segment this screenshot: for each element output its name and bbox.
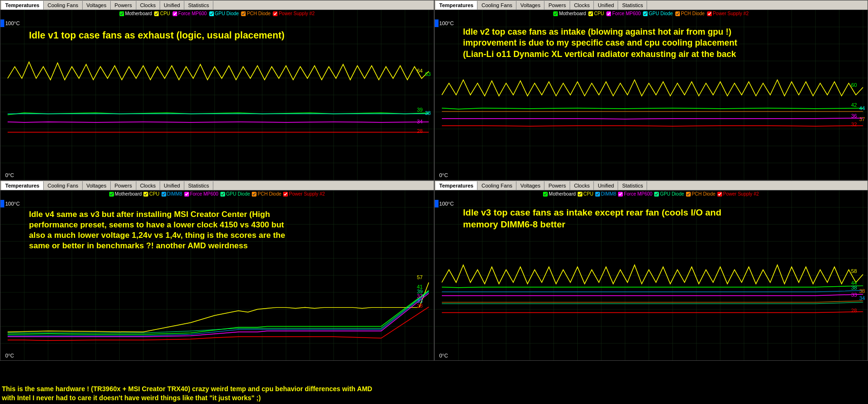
svg-text:34: 34 — [859, 295, 865, 301]
tab-powers-bl[interactable]: Powers — [111, 181, 136, 190]
tab-powers-tr[interactable]: Powers — [544, 1, 570, 9]
y-bottom-br: 0°C — [439, 353, 448, 358]
bottom-line-1: This is the same hardware ! (TR3960x + M… — [2, 385, 866, 394]
tab-cooling-fans-br[interactable]: Cooling Fans — [477, 181, 516, 190]
tab-voltages-br[interactable]: Voltages — [516, 181, 544, 190]
tab-clocks-bl[interactable]: Clocks — [136, 181, 160, 190]
tab-unified-tl[interactable]: Unified — [160, 1, 184, 9]
svg-text:36: 36 — [851, 113, 857, 119]
svg-text:37: 37 — [859, 116, 865, 122]
blue-indicator-br — [435, 200, 439, 207]
legend-tl: Motherboard CPU Force MP600 GPU Diode PC… — [119, 11, 315, 16]
panel-bottom-left: Temperatures Cooling Fans Voltages Power… — [0, 180, 434, 361]
chart-area-tl: 100°C 0°C Motherboard CPU Force MP600 GP… — [0, 10, 434, 180]
svg-text:39: 39 — [417, 107, 422, 113]
blue-indicator-bl — [0, 200, 4, 207]
tab-powers-br[interactable]: Powers — [544, 181, 570, 190]
tab-bar-br: Temperatures Cooling Fans Voltages Power… — [435, 181, 868, 190]
y-top-br: 100°C — [439, 201, 454, 207]
tab-statistics-br[interactable]: Statistics — [618, 181, 647, 190]
bottom-line-2: with Intel I never had to care it doesn'… — [2, 394, 866, 403]
overlay-text-br: Idle v3 top case fans as intake except r… — [463, 207, 722, 230]
svg-text:63: 63 — [425, 71, 430, 77]
tab-unified-tr[interactable]: Unified — [594, 1, 618, 9]
tab-statistics-tr[interactable]: Statistics — [618, 1, 647, 9]
tab-unified-bl[interactable]: Unified — [160, 181, 184, 190]
main-grid: Temperatures Cooling Fans Voltages Power… — [0, 0, 868, 361]
svg-text:38: 38 — [851, 285, 857, 291]
tab-cooling-fans-tr[interactable]: Cooling Fans — [477, 1, 516, 9]
svg-text:28: 28 — [851, 308, 857, 313]
tab-unified-br[interactable]: Unified — [594, 181, 618, 190]
tab-temperatures-tr[interactable]: Temperatures — [436, 1, 478, 9]
svg-text:64: 64 — [417, 68, 422, 74]
tab-clocks-tr[interactable]: Clocks — [570, 1, 594, 9]
panel-top-left: Temperatures Cooling Fans Voltages Power… — [0, 0, 434, 180]
tab-voltages-tr[interactable]: Voltages — [516, 1, 544, 9]
blue-indicator-tr — [435, 19, 439, 27]
tab-cooling-fans-bl[interactable]: Cooling Fans — [44, 181, 83, 190]
tab-powers-tl[interactable]: Powers — [111, 1, 136, 9]
tab-temperatures-bl[interactable]: Temperatures — [1, 181, 44, 190]
panel-bottom-right: Temperatures Cooling Fans Voltages Power… — [434, 180, 868, 361]
svg-text:32: 32 — [851, 122, 857, 127]
panel-top-right: Temperatures Cooling Fans Voltages Power… — [434, 0, 868, 180]
svg-text:34: 34 — [417, 119, 422, 124]
legend-tr: Motherboard CPU Force MP600 GPU Diode PC… — [553, 11, 749, 16]
svg-text:44: 44 — [859, 105, 865, 111]
svg-text:60: 60 — [851, 82, 857, 88]
blue-indicator-tl — [0, 19, 4, 27]
tab-statistics-tl[interactable]: Statistics — [184, 1, 213, 9]
y-top-bl: 100°C — [5, 201, 20, 207]
chart-area-bl: 100°C 0°C Motherboard CPU DIMM8 Force MP… — [0, 190, 434, 360]
y-bottom-tl: 0°C — [5, 172, 14, 178]
svg-text:28: 28 — [417, 303, 422, 309]
tab-voltages-bl[interactable]: Voltages — [83, 181, 111, 190]
tab-temperatures-br[interactable]: Temperatures — [436, 181, 478, 190]
tab-bar-bl: Temperatures Cooling Fans Voltages Power… — [0, 181, 434, 190]
y-bottom-bl: 0°C — [5, 353, 14, 358]
svg-text:28: 28 — [417, 128, 422, 134]
y-top-tl: 100°C — [5, 20, 20, 26]
chart-area-br: 100°C 0°C Motherboard CPU DIMM8 Force MP… — [435, 190, 868, 360]
bottom-caption: This is the same hardware ! (TR3960x + M… — [0, 383, 868, 404]
legend-bl: Motherboard CPU DIMM8 Force MP600 GPU Di… — [109, 191, 325, 197]
y-top-tr: 100°C — [439, 20, 454, 26]
y-bottom-tr: 0°C — [439, 172, 448, 178]
tab-bar-tl: Temperatures Cooling Fans Voltages Power… — [0, 0, 434, 10]
tab-temperatures-tl[interactable]: Temperatures — [1, 1, 44, 9]
legend-br: Motherboard CPU DIMM8 Force MP600 GPU Di… — [543, 191, 759, 197]
tab-cooling-fans-tl[interactable]: Cooling Fans — [44, 1, 83, 9]
chart-area-tr: 100°C 0°C Motherboard CPU Force MP600 GP… — [435, 10, 868, 180]
svg-text:57: 57 — [417, 274, 422, 280]
svg-text:58: 58 — [851, 268, 857, 274]
overlay-text-bl: Idle v4 same as v3 but after installing … — [29, 209, 285, 251]
svg-text:38: 38 — [859, 288, 865, 294]
svg-text:38: 38 — [425, 110, 430, 116]
tab-clocks-br[interactable]: Clocks — [570, 181, 594, 190]
tab-clocks-tl[interactable]: Clocks — [136, 1, 160, 9]
overlay-text-tl: Idle v1 top case fans as exhaust (logic,… — [29, 29, 285, 41]
overlay-text-tr: Idle v2 top case fans as intake (blowing… — [463, 27, 737, 60]
svg-text:42: 42 — [851, 102, 857, 108]
tab-voltages-tl[interactable]: Voltages — [83, 1, 111, 9]
tab-statistics-bl[interactable]: Statistics — [184, 181, 213, 190]
tab-bar-tr: Temperatures Cooling Fans Voltages Power… — [435, 0, 868, 10]
svg-text:33: 33 — [851, 292, 857, 298]
